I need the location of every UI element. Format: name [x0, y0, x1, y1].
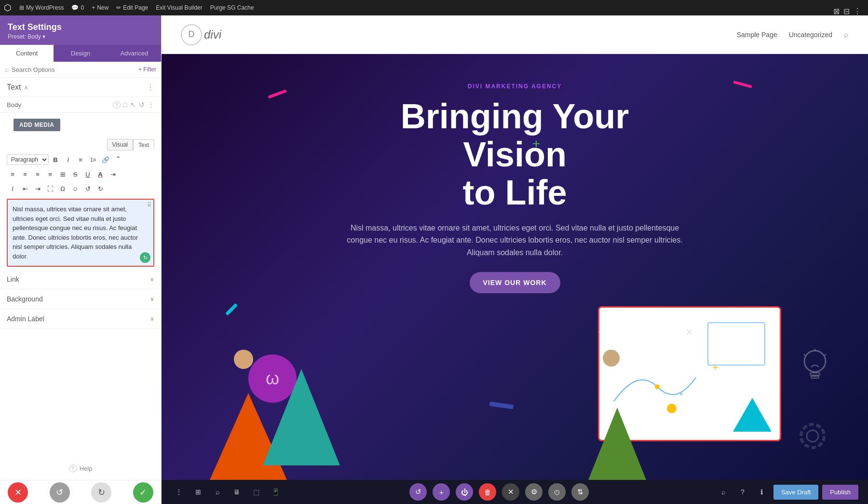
svg-rect-3: [810, 373, 820, 375]
bt-power-icon[interactable]: ⏻: [456, 483, 473, 501]
editor-content[interactable]: Nisl massa, ultrices vitae ornare sit am…: [13, 204, 149, 261]
tab-advanced[interactable]: Advanced: [108, 45, 161, 62]
lightbulb-deco: [800, 348, 829, 393]
svg-line-7: [804, 354, 805, 355]
help-text: Help: [80, 465, 93, 472]
bt-center-group: ↺ + ⏻ 🗑 ✕ ⚙ ⏲ ⇅: [409, 483, 589, 501]
bt-mobile-icon[interactable]: 📱: [268, 484, 283, 500]
wp-edit-page[interactable]: ✏ Edit Page: [116, 4, 148, 11]
more-icon[interactable]: ⋮: [148, 101, 154, 109]
undo-button[interactable]: ↺: [50, 482, 70, 503]
fullscreen-button[interactable]: ⛶: [44, 183, 56, 194]
bt-desktop-icon[interactable]: 🖥: [229, 484, 244, 500]
columns-icon[interactable]: ⊟: [843, 15, 850, 16]
deco-pink-dash: [268, 89, 287, 98]
more-options-icon[interactable]: ⋮: [854, 15, 861, 16]
align-left-button[interactable]: ≡: [7, 168, 18, 180]
nav-uncategorized[interactable]: Uncategorized: [789, 31, 832, 39]
bt-settings-icon[interactable]: ⚙: [525, 483, 542, 501]
hero-cta-button[interactable]: VIEW OUR WORK: [470, 272, 560, 293]
filter-button[interactable]: + Filter: [138, 66, 156, 73]
admin-label-section[interactable]: Admin Label ∨: [0, 309, 161, 329]
add-media-button[interactable]: ADD MEDIA: [14, 119, 60, 131]
deco-navy-dash: [489, 402, 514, 409]
align-justify-button[interactable]: ≡: [44, 168, 56, 180]
section-more-icon[interactable]: ⋮: [147, 82, 154, 92]
table-button[interactable]: ⊞: [57, 168, 68, 180]
wordpress-logo-icon[interactable]: ⬡: [4, 2, 12, 13]
layout-icon[interactable]: ⊠: [833, 15, 840, 16]
indent-left-button[interactable]: ⇤: [19, 183, 31, 194]
wp-comments[interactable]: 💬 0: [71, 4, 84, 11]
nav-sample-page[interactable]: Sample Page: [737, 31, 777, 39]
bt-arrows-icon[interactable]: ⇅: [571, 483, 589, 501]
tab-content[interactable]: Content: [0, 45, 54, 62]
ordered-list-button[interactable]: 1≡: [87, 154, 99, 165]
help-icon[interactable]: ?: [113, 101, 121, 109]
link-section[interactable]: Link ∨: [0, 270, 161, 289]
nav-search-icon[interactable]: ⌕: [844, 30, 849, 39]
italic3-button[interactable]: I: [7, 183, 18, 194]
italic-button[interactable]: I: [62, 154, 74, 165]
undo-icon[interactable]: ↺: [139, 101, 145, 109]
paragraph-select[interactable]: Paragraph Heading 1 Heading 2: [7, 154, 49, 165]
bt-dots-icon[interactable]: ⋮: [171, 484, 187, 500]
indent-button[interactable]: ⇥: [107, 168, 119, 180]
emoji-button[interactable]: ☺: [69, 183, 81, 194]
bt-clock-icon[interactable]: ⏲: [548, 483, 566, 501]
help-circle-icon: ?: [69, 464, 77, 472]
text-editor-area[interactable]: ⠿ Nisl massa, ultrices vitae ornare sit …: [7, 199, 154, 267]
person-right: [583, 345, 656, 480]
indent-right-button[interactable]: ⇥: [32, 183, 43, 194]
save-draft-button[interactable]: Save Draft: [773, 485, 818, 500]
tab-design[interactable]: Design: [54, 45, 107, 62]
bt-tablet-icon[interactable]: ⬚: [248, 484, 264, 500]
undo2-button[interactable]: ↺: [82, 183, 94, 194]
bt-history-icon[interactable]: ↺: [409, 483, 427, 501]
sidebar-preset[interactable]: Preset: Body ▾: [8, 33, 153, 40]
align-right-button[interactable]: ≡: [32, 168, 43, 180]
bt-trash-icon[interactable]: 🗑: [479, 483, 496, 501]
deco-pink-dash2: [733, 81, 752, 88]
bt-grid-icon[interactable]: ⊞: [190, 484, 206, 500]
cursor-icon[interactable]: ↖: [130, 101, 136, 109]
wp-exit-builder[interactable]: Exit Visual Builder: [156, 4, 203, 11]
bt-info-icon[interactable]: ℹ: [754, 484, 770, 500]
bt-search-icon[interactable]: ⌕: [210, 484, 225, 500]
redo2-button[interactable]: ↻: [95, 183, 106, 194]
blockquote-button[interactable]: ": [112, 154, 124, 165]
drag-handle-icon: ⠿: [147, 202, 151, 208]
tab-text[interactable]: Text: [133, 139, 154, 150]
bt-close-icon[interactable]: ✕: [502, 483, 519, 501]
align-center-button[interactable]: ≡: [19, 168, 31, 180]
bt-zoom-icon[interactable]: ⌕: [716, 484, 731, 500]
bt-help-icon[interactable]: ?: [735, 484, 750, 500]
wp-new[interactable]: + New: [92, 4, 108, 11]
tab-visual[interactable]: Visual: [107, 139, 133, 150]
close-button[interactable]: ✕: [8, 482, 28, 503]
underline-button[interactable]: U: [82, 168, 94, 180]
publish-button[interactable]: Publish: [822, 485, 858, 500]
color-button[interactable]: A: [95, 168, 106, 180]
wp-purge[interactable]: Purge SG Cache: [210, 4, 254, 11]
special-char-button[interactable]: Ω: [57, 183, 68, 194]
bt-add-icon[interactable]: +: [433, 483, 450, 501]
sidebar-tabs: Content Design Advanced: [0, 45, 161, 62]
wp-site-link[interactable]: ⊞ My WordPress: [19, 4, 64, 11]
svg-rect-4: [811, 376, 819, 378]
device-icon[interactable]: □: [123, 101, 127, 109]
refresh-button[interactable]: ↻: [140, 252, 150, 263]
strikethrough-button[interactable]: S: [69, 168, 81, 180]
search-input[interactable]: [12, 66, 136, 73]
unordered-list-button[interactable]: ≡: [75, 154, 86, 165]
link-button[interactable]: 🔗: [100, 154, 111, 165]
editor-mode-tabs: Visual Text: [0, 137, 161, 152]
bottom-toolbar: ⋮ ⊞ ⌕ 🖥 ⬚ 📱 ↺ + ⏻ 🗑 ✕ ⚙ ⏲ ⇅ ⌕ ? ℹ: [162, 480, 868, 504]
help-row[interactable]: ? Help: [0, 457, 161, 480]
bold-button[interactable]: B: [50, 154, 61, 165]
collapse-up-icon[interactable]: ∧: [24, 83, 28, 91]
wp-admin-bar: ⬡ ⊞ My WordPress 💬 0 + New ✏ Edit Page E…: [0, 0, 868, 15]
confirm-button[interactable]: ✓: [133, 482, 153, 503]
background-section[interactable]: Background ∨: [0, 289, 161, 309]
redo-button[interactable]: ↻: [91, 482, 111, 503]
